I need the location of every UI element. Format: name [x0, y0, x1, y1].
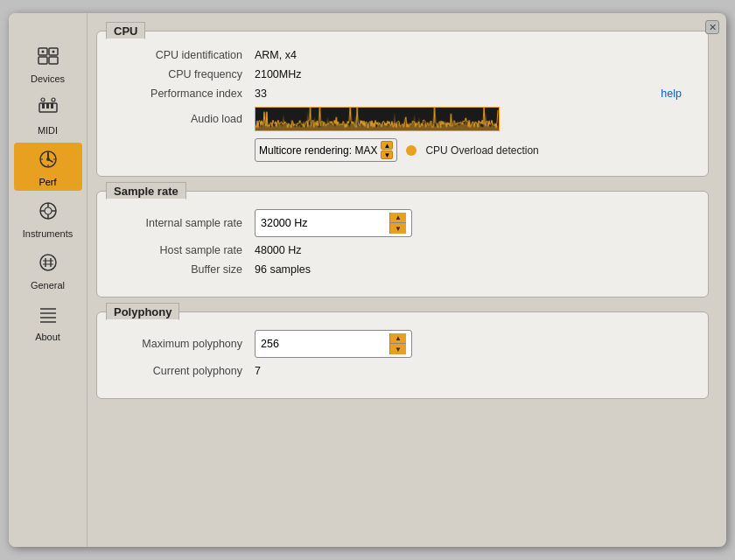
audio-load-bar	[255, 107, 500, 131]
sidebar-item-about-label: About	[35, 332, 60, 342]
sidebar-item-midi-label: MIDI	[38, 125, 58, 136]
internal-sample-rate-spinner: ▲ ▼	[389, 213, 406, 234]
cpu-id-label: CPU identification	[115, 49, 255, 61]
sidebar-item-instruments[interactable]: Instruments	[14, 194, 82, 242]
instruments-icon	[37, 200, 60, 226]
cpu-section-title: CPU	[106, 22, 145, 39]
sidebar-item-devices[interactable]: Devices	[14, 39, 82, 88]
main-window: ✕ Devices	[9, 13, 726, 547]
svg-rect-2	[38, 57, 47, 64]
multicore-up-arrow[interactable]: ▲	[381, 141, 393, 150]
svg-rect-9	[51, 103, 53, 108]
svg-rect-3	[49, 57, 58, 64]
audio-load-row: Audio load	[115, 107, 690, 131]
multicore-select[interactable]: Multicore rendering: MAX ▲ ▼	[255, 138, 397, 162]
sidebar-item-general[interactable]: General	[14, 246, 82, 294]
multicore-row: Multicore rendering: MAX ▲ ▼ CPU Overloa…	[115, 138, 690, 162]
buffer-size-value: 96 samples	[255, 263, 311, 276]
svg-point-5	[52, 51, 54, 53]
cpu-overload-indicator	[406, 145, 416, 156]
cpu-freq-label: CPU frequency	[115, 68, 255, 80]
sidebar-item-general-label: General	[31, 280, 65, 290]
sidebar-item-devices-label: Devices	[31, 74, 65, 84]
devices-icon	[37, 45, 60, 71]
main-content: CPU CPU identification ARM, x4 CPU frequ…	[88, 13, 726, 547]
svg-point-11	[52, 98, 55, 102]
perf-icon	[37, 148, 60, 174]
polyphony-section: Polyphony Maximum polyphony 256 ▲ ▼ Curr…	[96, 312, 709, 399]
svg-point-16	[40, 255, 56, 270]
cpu-id-value: ARM, x4	[255, 49, 297, 61]
sidebar-item-about[interactable]: About	[14, 298, 82, 346]
cpu-overload-label: CPU Overload detection	[425, 144, 538, 157]
sample-rate-section-title: Sample rate	[106, 182, 186, 200]
general-icon	[37, 251, 60, 277]
host-sample-rate-row: Host sample rate 48000 Hz	[115, 244, 690, 256]
internal-sample-rate-select[interactable]: 32000 Hz ▲ ▼	[255, 209, 412, 237]
audio-load-canvas	[256, 108, 499, 130]
svg-point-15	[45, 207, 52, 214]
buffer-size-label: Buffer size	[115, 263, 255, 276]
host-sample-rate-label: Host sample rate	[115, 244, 255, 256]
internal-sample-rate-label: Internal sample rate	[115, 217, 255, 229]
internal-sample-rate-row: Internal sample rate 32000 Hz ▲ ▼	[115, 209, 690, 237]
max-polyphony-select[interactable]: 256 ▲ ▼	[255, 330, 412, 358]
svg-point-13	[46, 158, 50, 161]
multicore-select-label: Multicore rendering: MAX	[259, 144, 377, 157]
current-polyphony-value: 7	[255, 365, 261, 377]
sidebar: Devices MIDI	[9, 13, 88, 547]
audio-load-label: Audio load	[115, 113, 255, 125]
perf-index-row: Performance index 33 help	[115, 88, 690, 100]
close-button[interactable]: ✕	[705, 20, 719, 34]
current-polyphony-label: Current polyphony	[115, 365, 255, 377]
max-polyphony-spinner: ▲ ▼	[389, 333, 406, 354]
perf-index-label: Performance index	[115, 88, 255, 100]
sidebar-item-perf-label: Perf	[38, 177, 56, 187]
cpu-freq-row: CPU frequency 2100MHz	[115, 68, 690, 80]
max-polyphony-label: Maximum polyphony	[115, 338, 255, 350]
svg-rect-8	[46, 103, 49, 108]
svg-rect-7	[42, 103, 45, 108]
svg-point-10	[41, 98, 45, 102]
polyphony-section-title: Polyphony	[106, 303, 179, 320]
about-icon	[37, 303, 60, 329]
max-polyphony-value: 256	[261, 338, 389, 350]
perf-index-value: 33	[255, 88, 267, 100]
current-polyphony-row: Current polyphony 7	[115, 365, 690, 377]
cpu-id-row: CPU identification ARM, x4	[115, 49, 690, 61]
max-polyphony-up[interactable]: ▲	[390, 333, 406, 344]
buffer-size-row: Buffer size 96 samples	[115, 263, 690, 276]
sidebar-item-midi[interactable]: MIDI	[14, 91, 82, 139]
max-polyphony-row: Maximum polyphony 256 ▲ ▼	[115, 330, 690, 358]
cpu-freq-value: 2100MHz	[255, 68, 302, 80]
internal-sample-rate-down[interactable]: ▼	[390, 223, 406, 234]
internal-sample-rate-up[interactable]: ▲	[390, 213, 406, 223]
cpu-section: CPU CPU identification ARM, x4 CPU frequ…	[96, 31, 709, 177]
help-link[interactable]: help	[661, 88, 682, 100]
max-polyphony-down[interactable]: ▼	[390, 344, 406, 354]
midi-icon	[37, 96, 60, 122]
host-sample-rate-value: 48000 Hz	[255, 244, 302, 256]
svg-point-4	[41, 51, 44, 53]
multicore-down-arrow[interactable]: ▼	[381, 150, 393, 159]
multicore-arrows: ▲ ▼	[381, 141, 393, 159]
sidebar-item-instruments-label: Instruments	[23, 228, 73, 239]
sidebar-item-perf[interactable]: Perf	[14, 143, 82, 191]
internal-sample-rate-value: 32000 Hz	[261, 217, 389, 229]
sample-rate-section: Sample rate Internal sample rate 32000 H…	[96, 191, 709, 298]
